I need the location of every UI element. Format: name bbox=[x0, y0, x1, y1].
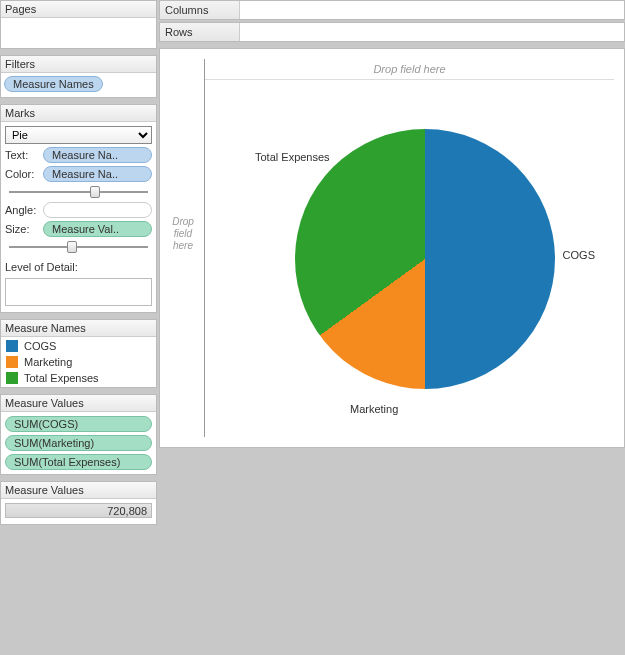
legend-title: Measure Names bbox=[1, 320, 156, 337]
mv-pill-marketing[interactable]: SUM(Marketing) bbox=[5, 435, 152, 451]
pages-panel: Pages bbox=[0, 0, 157, 49]
legend-label: Marketing bbox=[24, 356, 72, 368]
size-slider[interactable] bbox=[9, 240, 148, 254]
pie-slices bbox=[295, 129, 555, 389]
measure-values-title: Measure Values bbox=[1, 395, 156, 412]
legend-item-marketing[interactable]: Marketing bbox=[6, 356, 151, 368]
swatch-total-expenses bbox=[6, 372, 18, 384]
rows-shelf[interactable]: Rows bbox=[159, 22, 625, 42]
measure-values-number: 720,808 bbox=[107, 504, 147, 519]
pie-label-total-expenses: Total Expenses bbox=[255, 151, 330, 163]
measure-values-readout-panel: Measure Values 720,808 bbox=[0, 481, 157, 525]
legend-panel: Measure Names COGS Marketing Total Expen… bbox=[0, 319, 157, 388]
viz-area[interactable]: Drop field here COGS Marketing Total Exp… bbox=[159, 48, 625, 448]
legend-item-cogs[interactable]: COGS bbox=[6, 340, 151, 352]
marks-angle-label: Angle: bbox=[5, 204, 41, 216]
measure-values-panel: Measure Values SUM(COGS) SUM(Marketing) … bbox=[0, 394, 157, 475]
color-slider[interactable] bbox=[9, 185, 148, 199]
swatch-marketing bbox=[6, 356, 18, 368]
filters-panel: Filters Measure Names bbox=[0, 55, 157, 98]
marks-panel: Marks Pie Text: Measure Na.. Color: Meas… bbox=[0, 104, 157, 313]
lod-dropzone[interactable] bbox=[5, 278, 152, 306]
measure-values-bar: 720,808 bbox=[5, 503, 152, 518]
mv-pill-total-expenses[interactable]: SUM(Total Expenses) bbox=[5, 454, 152, 470]
marks-color-pill[interactable]: Measure Na.. bbox=[43, 166, 152, 182]
columns-dropzone[interactable] bbox=[240, 1, 624, 19]
drop-hint-top: Drop field here bbox=[205, 59, 614, 80]
columns-shelf[interactable]: Columns bbox=[159, 0, 625, 20]
marks-angle-pill[interactable] bbox=[43, 202, 152, 218]
drop-hint-left: Drop field here bbox=[166, 216, 200, 252]
lod-label: Level of Detail: bbox=[5, 261, 152, 273]
legend-label: COGS bbox=[24, 340, 56, 352]
filters-title: Filters bbox=[1, 56, 156, 73]
rows-label: Rows bbox=[160, 23, 240, 41]
legend-label: Total Expenses bbox=[24, 372, 99, 384]
pages-dropzone[interactable] bbox=[1, 18, 156, 48]
legend-item-total-expenses[interactable]: Total Expenses bbox=[6, 372, 151, 384]
marks-title: Marks bbox=[1, 105, 156, 122]
swatch-cogs bbox=[6, 340, 18, 352]
mark-type-select[interactable]: Pie bbox=[5, 126, 152, 144]
marks-text-label: Text: bbox=[5, 149, 41, 161]
rows-dropzone[interactable] bbox=[240, 23, 624, 41]
marks-size-pill[interactable]: Measure Val.. bbox=[43, 221, 152, 237]
mv-pill-cogs[interactable]: SUM(COGS) bbox=[5, 416, 152, 432]
columns-label: Columns bbox=[160, 1, 240, 19]
pie-label-marketing: Marketing bbox=[350, 403, 398, 415]
marks-color-label: Color: bbox=[5, 168, 41, 180]
measure-values-readout-title: Measure Values bbox=[1, 482, 156, 499]
marks-size-label: Size: bbox=[5, 223, 41, 235]
filter-pill-measure-names[interactable]: Measure Names bbox=[4, 76, 103, 92]
pages-title: Pages bbox=[1, 1, 156, 18]
marks-text-pill[interactable]: Measure Na.. bbox=[43, 147, 152, 163]
pie-chart: COGS Marketing Total Expenses bbox=[275, 109, 575, 409]
pie-label-cogs: COGS bbox=[563, 249, 595, 261]
